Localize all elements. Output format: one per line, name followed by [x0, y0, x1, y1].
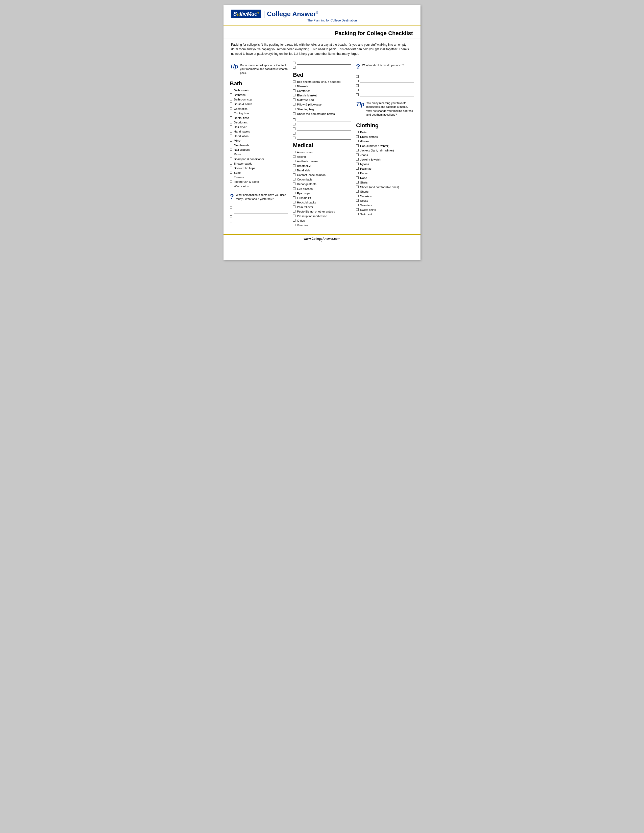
list-item: Pillow & pillowcase [293, 103, 351, 106]
list-item: Shower flip flops [230, 166, 288, 170]
logo-container: SallieMae® | College Answer® [231, 10, 413, 18]
checkbox[interactable] [356, 158, 359, 161]
main-content: Tip Dorm rooms aren't spacious. Contact … [224, 59, 420, 232]
blank-lines-right-top [356, 75, 414, 96]
checkbox[interactable] [230, 98, 232, 100]
checkbox[interactable] [356, 153, 359, 156]
checkbox[interactable] [230, 89, 232, 92]
checkbox[interactable] [293, 224, 295, 226]
blank-line [230, 219, 288, 223]
list-item: Comforter [293, 89, 351, 93]
checkbox[interactable] [230, 103, 232, 105]
clothing-list: Belts Dress clothes Gloves Hat (summer &… [356, 130, 414, 217]
checkbox[interactable] [230, 180, 232, 183]
checkbox[interactable] [356, 190, 359, 193]
checkbox[interactable] [293, 103, 295, 106]
list-item: Jackets (light, rain, winter) [356, 148, 414, 153]
checkbox[interactable] [356, 135, 359, 138]
checkbox[interactable] [230, 112, 232, 114]
tip4-text: You enjoy receiving your favorite magazi… [367, 101, 414, 117]
checkbox[interactable] [230, 130, 232, 132]
checkbox[interactable] [356, 167, 359, 170]
checkbox[interactable] [293, 178, 295, 180]
checkbox[interactable] [356, 145, 359, 147]
checkbox[interactable] [230, 107, 232, 110]
checkbox[interactable] [230, 158, 232, 160]
checkbox[interactable] [293, 89, 295, 92]
checkbox[interactable] [293, 210, 295, 212]
checkbox[interactable] [293, 80, 295, 83]
checkbox[interactable] [356, 149, 359, 151]
checkbox[interactable] [230, 153, 232, 155]
checkbox[interactable] [293, 196, 295, 199]
checkbox[interactable] [293, 169, 295, 171]
checkbox[interactable] [230, 144, 232, 146]
checkbox[interactable] [293, 94, 295, 96]
list-item: Decongestants [293, 182, 351, 186]
checkbox[interactable] [293, 219, 295, 222]
checkbox[interactable] [230, 185, 232, 187]
checkbox[interactable] [356, 131, 359, 133]
college-answer-logo: College Answer® [267, 10, 318, 18]
checkbox[interactable] [356, 199, 359, 202]
list-item: Prescription medication [293, 214, 351, 218]
checkbox[interactable] [293, 113, 295, 115]
bed-list: Bed sheets (extra long, if needed) Blank… [293, 80, 351, 116]
checkbox[interactable] [356, 213, 359, 215]
tip1-box: Tip Dorm rooms aren't spacious. Contact … [230, 61, 288, 77]
checkbox[interactable] [356, 162, 359, 165]
checkbox[interactable] [230, 162, 232, 165]
checkbox[interactable] [293, 215, 295, 217]
checkbox[interactable] [230, 116, 232, 119]
tip3-text: What medical items do you need? [362, 63, 404, 67]
footer-page: 1 [224, 241, 420, 244]
checkbox[interactable] [356, 172, 359, 174]
medical-header: Medical [293, 142, 351, 149]
list-item: Razor [230, 152, 288, 156]
list-item: Hand lotion [230, 134, 288, 138]
checkbox[interactable] [293, 85, 295, 87]
list-item: Mirror [230, 138, 288, 143]
checkbox[interactable] [293, 187, 295, 190]
checkbox[interactable] [293, 164, 295, 167]
list-item: Sweat shirts [356, 208, 414, 212]
checkbox[interactable] [230, 139, 232, 142]
checkbox[interactable] [230, 171, 232, 174]
blank-line [293, 132, 351, 135]
checkbox[interactable] [230, 121, 232, 124]
salliemae-logo: SallieMae® [231, 10, 261, 18]
checkbox[interactable] [293, 174, 295, 176]
list-item: Acne cream [293, 150, 351, 154]
checkbox[interactable] [356, 185, 359, 188]
checkbox[interactable] [230, 125, 232, 128]
checkbox[interactable] [230, 93, 232, 96]
checkbox[interactable] [230, 167, 232, 169]
checkbox[interactable] [356, 208, 359, 211]
list-item: Shirts [356, 180, 414, 185]
checkbox[interactable] [230, 148, 232, 151]
checkbox[interactable] [356, 140, 359, 142]
list-item: Socks [356, 199, 414, 203]
blank-line [356, 93, 414, 96]
checkbox[interactable] [293, 108, 295, 110]
checkbox[interactable] [230, 176, 232, 178]
checkbox[interactable] [293, 182, 295, 185]
list-item: Toothbrush & paste [230, 180, 288, 184]
checkbox[interactable] [230, 135, 232, 137]
checkbox[interactable] [356, 177, 359, 179]
checkbox[interactable] [293, 155, 295, 158]
list-item: Deodorant [230, 121, 288, 124]
checkbox[interactable] [293, 192, 295, 195]
list-item: Pepto Bismol or other antacid [293, 209, 351, 214]
checkbox[interactable] [356, 204, 359, 206]
blank-line [356, 75, 414, 78]
checkbox[interactable] [356, 181, 359, 183]
checkbox[interactable] [293, 151, 295, 153]
checkbox[interactable] [356, 195, 359, 197]
checkbox[interactable] [293, 98, 295, 101]
list-item: Gloves [356, 139, 414, 143]
checkbox[interactable] [293, 160, 295, 162]
checkbox[interactable] [293, 206, 295, 208]
checkbox[interactable] [293, 201, 295, 203]
header: SallieMae® | College Answer® The Plannin… [224, 5, 420, 26]
